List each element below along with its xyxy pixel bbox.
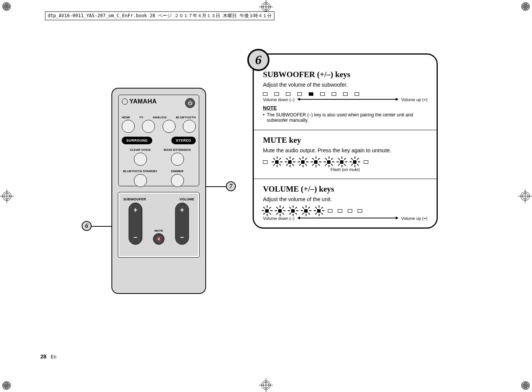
crop-mark bbox=[0, 189, 14, 203]
double-arrow-icon bbox=[298, 97, 398, 101]
remote-section-6: SUBWOOFER VOLUME +– MUTE 🔇 +– bbox=[118, 192, 199, 257]
btn-circle bbox=[183, 120, 196, 133]
info-panel: SUBWOOFER (+/–) keys Adjust the volume o… bbox=[253, 53, 438, 229]
label-hdmi: HDMI bbox=[122, 116, 130, 119]
btn-circle bbox=[134, 153, 147, 166]
pill-stereo: STEREO bbox=[171, 137, 196, 144]
btn-circle bbox=[122, 120, 135, 133]
reg-mark bbox=[2, 2, 11, 11]
note-heading: NOTE bbox=[263, 105, 427, 111]
rocker-volume: +– bbox=[175, 203, 189, 245]
lbl-vol-down: Volume down (–) bbox=[263, 97, 295, 102]
lbl-flash-on-mute: Flash (on mute) bbox=[263, 167, 427, 172]
desc-volume: Adjust the volume of the unit. bbox=[263, 196, 427, 202]
brand-logo: YAMAHA bbox=[122, 98, 196, 105]
rocker-subwoofer: +– bbox=[129, 203, 142, 245]
reg-mark bbox=[2, 381, 11, 390]
desc-subwoofer: Adjust the volume of the subwoofer. bbox=[263, 82, 427, 88]
section-badge-6: 6 bbox=[247, 49, 269, 71]
btn-mute: 🔇 bbox=[153, 233, 164, 245]
btn-circle bbox=[171, 153, 184, 166]
callout-6: 6 bbox=[82, 221, 92, 231]
label-tv: TV bbox=[139, 116, 143, 119]
leader-line bbox=[206, 186, 226, 187]
reg-mark bbox=[521, 381, 530, 390]
heading-subwoofer-keys: SUBWOOFER (+/–) keys bbox=[263, 70, 427, 79]
btn-circle bbox=[134, 174, 147, 187]
callout-7: 7 bbox=[226, 181, 236, 191]
page-lang: En bbox=[51, 354, 56, 360]
lbl-vol-up: Volume up (+) bbox=[401, 216, 427, 221]
lbl-bass-ext: BASS EXTENSION bbox=[159, 148, 196, 152]
power-icon: ⏻ bbox=[185, 98, 195, 108]
double-arrow-icon bbox=[298, 216, 398, 220]
remote-illustration: YAMAHA ⏻ HDMI TV ANALOG BLUETOOTH SURROU… bbox=[111, 88, 206, 294]
leader-line bbox=[92, 226, 111, 227]
crop-mark bbox=[518, 189, 532, 203]
crop-mark bbox=[259, 378, 273, 392]
lbl-subwoofer: SUBWOOFER bbox=[123, 197, 146, 201]
page-footer: 28 En bbox=[40, 353, 56, 360]
label-analog: ANALOG bbox=[153, 116, 166, 119]
label-bluetooth: BLUETOOTH bbox=[176, 116, 196, 119]
lbl-dimmer: DIMMER bbox=[159, 169, 196, 173]
pill-surround: SURROUND bbox=[122, 137, 152, 144]
led-row-subwoofer bbox=[263, 92, 427, 96]
reg-mark bbox=[521, 2, 530, 11]
lbl-volume: VOLUME bbox=[179, 197, 194, 201]
btn-circle bbox=[163, 120, 176, 133]
source-meta: dtp_AV16-0011_YAS-207_om_C_EnFr.book 28 … bbox=[45, 11, 274, 20]
btn-circle bbox=[142, 120, 155, 133]
lbl-vol-down: Volume down (–) bbox=[263, 216, 295, 221]
desc-mute: Mute the audio output. Press the key aga… bbox=[263, 147, 427, 153]
lbl-vol-up: Volume up (+) bbox=[401, 97, 427, 102]
btn-circle bbox=[171, 174, 184, 187]
heading-mute-key: MUTE key bbox=[263, 136, 427, 145]
lbl-mute: MUTE bbox=[155, 229, 163, 232]
note-item: The SUBWOOFER (–) key is also used when … bbox=[263, 112, 427, 123]
led-row-mute bbox=[263, 158, 427, 166]
lbl-bt-standby: BLUETOOTH STANDBY bbox=[122, 169, 159, 173]
heading-volume-keys: VOLUME (+/–) keys bbox=[263, 184, 427, 194]
led-row-volume bbox=[263, 207, 427, 215]
page-number: 28 bbox=[40, 353, 47, 360]
lbl-clear-voice: CLEAR VOICE bbox=[122, 148, 159, 152]
